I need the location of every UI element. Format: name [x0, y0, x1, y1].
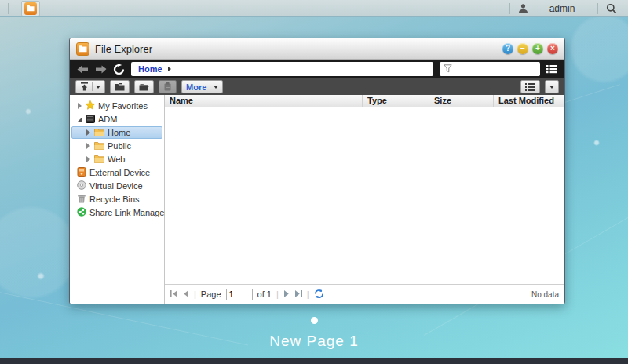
sidebar-item-adm[interactable]: ADM: [71, 113, 162, 126]
sidebar-item-label: Share Link Manager: [89, 208, 167, 217]
view-list-icon: [525, 80, 535, 94]
pagination-divider: |: [276, 289, 279, 299]
breadcrumb[interactable]: Home: [131, 62, 433, 76]
window-titlebar[interactable]: File Explorer ? − + ×: [70, 38, 564, 60]
column-header-name[interactable]: Name: [165, 95, 363, 107]
breadcrumb-current[interactable]: Home: [138, 64, 162, 74]
view-mode-button[interactable]: [520, 80, 540, 93]
chevron-right-icon: [168, 67, 171, 71]
refresh-icon[interactable]: [113, 64, 125, 75]
folder-icon: [94, 155, 104, 165]
first-page-icon: [170, 289, 178, 299]
chevron-down-icon: [96, 86, 100, 89]
pagination-bar: | Page of 1 | |: [165, 284, 564, 304]
column-header-last-modified[interactable]: Last Modified: [494, 95, 564, 107]
sidebar-item-external-device[interactable]: External Device: [71, 166, 162, 179]
file-list-body[interactable]: [165, 107, 564, 284]
sidebar-item-label: External Device: [89, 168, 150, 177]
reload-icon[interactable]: [314, 289, 324, 300]
sidebar-item-recycle-bins[interactable]: Recycle Bins: [71, 193, 162, 206]
prev-page-icon: [183, 289, 189, 299]
paste-icon: [163, 80, 172, 94]
folder-icon: [94, 141, 104, 151]
button-divider: [210, 82, 210, 91]
expander-collapsed-icon[interactable]: [86, 156, 91, 162]
chevron-down-icon: [214, 86, 218, 89]
action-toolbar: More: [70, 78, 564, 95]
filter-box: [440, 62, 540, 76]
sidebar-item-label: Home: [108, 128, 130, 137]
system-topbar: admin: [0, 0, 628, 17]
sidebar-item-label: Recycle Bins: [89, 195, 140, 204]
window-content: My Favorites ADM: [70, 95, 564, 304]
sidebar-item-my-favorites[interactable]: My Favorites: [71, 100, 162, 112]
bottom-bar: [0, 358, 628, 364]
recycle-bin-icon: [77, 194, 86, 205]
star-icon: [86, 100, 95, 111]
next-page-icon: [283, 289, 290, 299]
external-device-icon: [77, 167, 86, 178]
column-header-size[interactable]: Size: [429, 95, 494, 107]
desktop-page-title: New Page 1: [0, 333, 628, 350]
new-folder-button[interactable]: [110, 80, 130, 93]
file-explorer-window: File Explorer ? − + × Home: [69, 38, 565, 304]
file-explorer-icon: [76, 42, 89, 56]
paste-button: [159, 80, 177, 93]
topbar-divider: [597, 3, 598, 14]
sidebar-item-web[interactable]: Web: [71, 153, 162, 166]
search-icon[interactable]: [606, 3, 617, 14]
close-button[interactable]: ×: [547, 43, 558, 54]
expander-collapsed-icon[interactable]: [86, 143, 91, 149]
more-button-label: More: [186, 82, 206, 92]
chevron-down-icon: [550, 86, 554, 89]
pagination-divider: |: [307, 289, 309, 299]
sidebar-item-virtual-device[interactable]: Virtual Device: [71, 180, 162, 192]
minimize-button[interactable]: −: [517, 43, 528, 54]
menu-list-icon[interactable]: [546, 64, 557, 74]
filter-funnel-icon: [444, 62, 452, 76]
expander-collapsed-icon[interactable]: [77, 103, 82, 109]
maximize-button[interactable]: +: [532, 43, 543, 54]
page-indicator-dot[interactable]: [311, 317, 318, 324]
column-header-type[interactable]: Type: [363, 95, 429, 107]
taskbar-file-explorer-button[interactable]: [21, 1, 40, 16]
expander-collapsed-icon[interactable]: [86, 129, 91, 136]
user-icon[interactable]: [518, 3, 528, 13]
pagination-divider: |: [194, 289, 196, 299]
window-controls: ? − + ×: [502, 43, 558, 54]
upload-icon: [80, 80, 89, 94]
copy-button[interactable]: [134, 80, 154, 93]
new-folder-icon: [115, 80, 125, 94]
folder-icon: [94, 128, 104, 138]
status-text: No data: [531, 290, 559, 299]
table-header: Name Type Size Last Modified: [165, 95, 564, 107]
last-page-icon: [294, 289, 302, 299]
file-list-panel: Name Type Size Last Modified | Page: [165, 95, 564, 304]
topbar-divider: [509, 3, 510, 14]
share-link-icon: [77, 207, 86, 218]
upload-button[interactable]: [75, 80, 105, 93]
logged-in-user[interactable]: admin: [535, 3, 590, 14]
sidebar-item-label: ADM: [98, 115, 117, 124]
filter-input[interactable]: [455, 64, 536, 74]
view-mode-dropdown-button[interactable]: [545, 80, 559, 93]
sidebar-tree: My Favorites ADM: [70, 95, 165, 304]
sidebar-item-home[interactable]: Home: [71, 126, 162, 139]
navigation-toolbar: Home: [70, 60, 564, 78]
sidebar-item-label: Virtual Device: [89, 181, 143, 191]
expander-expanded-icon[interactable]: [77, 117, 82, 122]
sidebar-item-share-link-manager[interactable]: Share Link Manager: [71, 206, 162, 219]
file-explorer-icon: [24, 2, 37, 15]
page-number-input[interactable]: [226, 289, 253, 300]
page-label: Page: [201, 289, 221, 299]
forward-icon[interactable]: [95, 65, 107, 74]
sidebar-item-label: Public: [108, 141, 131, 151]
back-icon[interactable]: [77, 65, 89, 74]
nas-icon: [86, 115, 95, 125]
more-button[interactable]: More: [181, 80, 223, 93]
topbar-right-group: admin: [508, 3, 628, 14]
help-button[interactable]: ?: [502, 43, 513, 54]
sidebar-item-public[interactable]: Public: [71, 140, 162, 152]
topbar-divider: [8, 3, 9, 14]
desktop: File Explorer ? − + × Home: [0, 17, 628, 358]
